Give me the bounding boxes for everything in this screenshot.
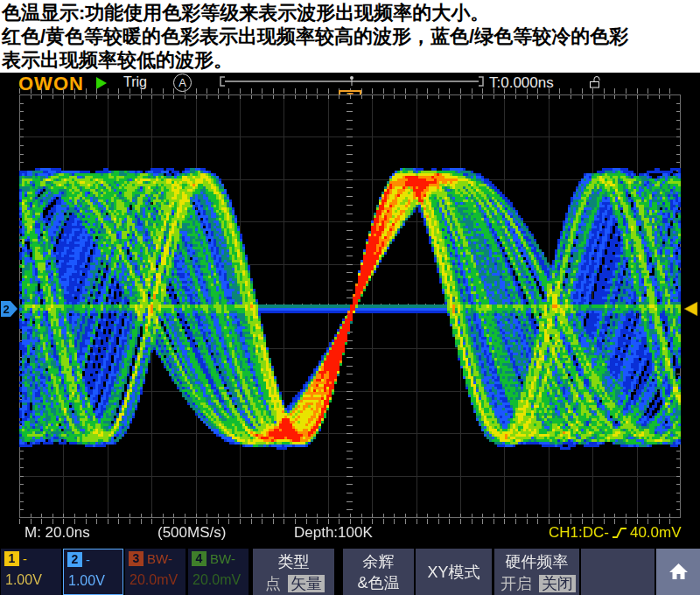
ch2-level-marker[interactable]: 2 xyxy=(1,301,18,317)
trigger-level-marker[interactable] xyxy=(683,301,698,317)
channel-box-4[interactable]: 4 BW- 20.0mV xyxy=(188,549,248,595)
channel-1-scale: 1.00V xyxy=(5,572,42,588)
display-type-title: 类型 xyxy=(253,551,334,572)
channel-box-2[interactable]: 2 - 1.00V xyxy=(63,549,123,595)
trigger-readout: CH1:DC- 40.0mV xyxy=(549,524,682,542)
status-bar: M: 20.0ns (500MS/s) Depth:100K CH1:DC- 4… xyxy=(0,522,700,546)
menu-cell-display-type[interactable]: 类型 点 矢量 xyxy=(253,549,334,595)
channel-1-coupling: - xyxy=(23,551,27,566)
channel-4-coupling: BW- xyxy=(210,551,235,566)
menu-cell-empty xyxy=(581,549,654,595)
channel-3-scale: 20.0mV xyxy=(130,572,178,588)
home-icon xyxy=(668,562,689,581)
option-dots: 点 xyxy=(262,575,284,592)
timebase-readout: M: 20.0ns xyxy=(24,524,90,542)
time-position-bar[interactable] xyxy=(219,75,485,88)
channel-1-badge: 1 xyxy=(4,551,19,566)
record-depth-readout: Depth:100K xyxy=(294,524,373,542)
option-on: 开启 xyxy=(498,575,535,592)
menu-cell-hardware-freq[interactable]: 硬件频率 开启 关闭 xyxy=(494,549,579,595)
annotation-line-2: 红色/黄色等较暖的色彩表示出现频率较高的波形，蓝色/绿色等较冷的色彩 xyxy=(2,24,698,48)
persistence-label-line1: 余辉 xyxy=(343,551,414,572)
screenshot-root: 色温显示:功能使用色彩等级来表示波形出现频率的大小。 红色/黄色等较暖的色彩表示… xyxy=(0,0,700,595)
channel-2-coupling: - xyxy=(86,552,90,567)
persistence-label-line2: &色温 xyxy=(343,572,414,593)
option-off: 关闭 xyxy=(539,575,576,592)
trigger-source-readout: CH1:DC- xyxy=(549,524,609,542)
channel-4-scale: 20.0mV xyxy=(192,572,241,588)
time-position-pointer xyxy=(350,76,354,80)
bottom-menu-bar: 1 - 1.00V 2 - 1.00V 3 BW- 20.0mV xyxy=(0,549,700,595)
channel-3-badge: 3 xyxy=(129,551,144,566)
menu-cell-persistence[interactable]: 余辉 &色温 xyxy=(343,549,414,595)
channel-3-coupling: BW- xyxy=(147,551,172,566)
annotation-line-3: 表示出现频率较低的波形。 xyxy=(2,48,698,72)
sample-rate-readout: (500MS/s) xyxy=(158,524,226,542)
hardware-freq-title: 硬件频率 xyxy=(494,551,579,572)
ch2-level-label: 2 xyxy=(3,303,9,316)
annotation-line-1: 色温显示:功能使用色彩等级来表示波形出现频率的大小。 xyxy=(2,1,698,24)
option-vectors: 矢量 xyxy=(288,575,325,592)
channel-2-scale: 1.00V xyxy=(68,573,105,589)
channel-box-3[interactable]: 3 BW- 20.0mV xyxy=(125,549,186,595)
waveform-canvas xyxy=(19,94,681,518)
run-state-icon xyxy=(96,77,107,89)
trigger-level-readout: 40.0mV xyxy=(630,524,682,542)
rising-edge-icon xyxy=(612,526,627,540)
scope-screen: OWON Trig A T:0.000ns T 2 xyxy=(0,73,700,595)
channel-2-badge: 2 xyxy=(67,552,82,567)
channel-box-1[interactable]: 1 - 1.00V xyxy=(1,549,61,595)
menu-cell-xy-mode[interactable]: XY模式 xyxy=(416,549,492,595)
channel-4-badge: 4 xyxy=(192,551,206,566)
xy-mode-label: XY模式 xyxy=(416,562,492,583)
home-button[interactable] xyxy=(656,549,700,595)
unlock-icon[interactable] xyxy=(588,74,603,89)
annotation-text: 色温显示:功能使用色彩等级来表示波形出现频率的大小。 红色/黄色等较暖的色彩表示… xyxy=(0,0,700,73)
